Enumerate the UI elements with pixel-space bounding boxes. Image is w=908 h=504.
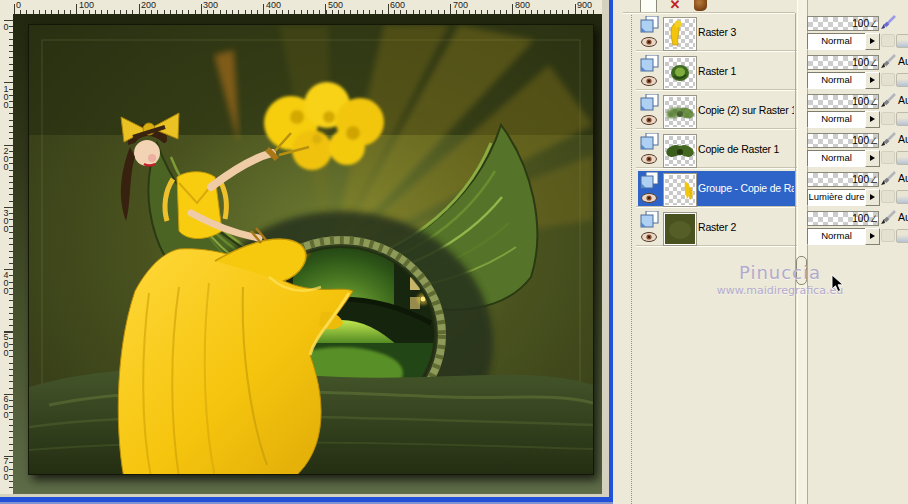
slider-angle-handle-icon[interactable]: ∠ (870, 58, 878, 69)
opacity-value: 100 (852, 134, 869, 147)
link-set-label[interactable]: Au (898, 133, 908, 145)
brush-icon[interactable] (880, 54, 897, 69)
vruler-label: 600 (0, 394, 11, 418)
vruler-label: 0 (0, 22, 11, 30)
blend-mode-dropdown[interactable]: Normal (807, 228, 866, 245)
layer-link-icon-disabled (896, 151, 908, 165)
vruler-label: 700 (0, 456, 11, 480)
layer-thumbnail[interactable] (663, 173, 697, 207)
ruler-corner (0, 0, 14, 15)
blend-mode-dropdown[interactable]: Lumière dure (807, 189, 866, 206)
slider-angle-handle-icon[interactable]: ∠ (870, 19, 878, 30)
splitter-grip-handle[interactable] (796, 256, 807, 285)
layer-controls-copie2: 100 ∠ Au Normal (807, 93, 908, 132)
blend-mode-dropdown[interactable]: Normal (807, 33, 866, 50)
blend-mode-dropdown[interactable]: Normal (807, 111, 866, 128)
row-separator (636, 245, 797, 246)
layer-row-raster1[interactable]: Raster 1 (638, 54, 795, 89)
blend-mode-value: Normal (808, 73, 865, 87)
opacity-slider[interactable]: 100 ∠ (807, 55, 879, 70)
opacity-slider[interactable]: 100 ∠ (807, 172, 879, 187)
lock-transparency-icon-disabled (881, 112, 895, 125)
lock-transparency-icon-disabled (881, 229, 895, 242)
palette-dotted-edge[interactable] (631, 13, 633, 504)
raster-layer-pages-icon (641, 133, 658, 149)
vruler-label: 100 (0, 84, 11, 108)
opacity-value: 100 (852, 212, 869, 225)
brush-icon[interactable] (880, 132, 897, 147)
dropdown-right-arrow-icon[interactable] (865, 189, 880, 206)
layer-controls-raster1: 100 ∠ Au Normal (807, 54, 908, 93)
row-separator (636, 89, 797, 90)
row-separator (636, 167, 797, 168)
blend-mode-value: Normal (808, 229, 865, 243)
dropdown-right-arrow-icon[interactable] (865, 72, 880, 89)
opacity-slider[interactable]: 100 ∠ (807, 16, 879, 31)
raster-layer-pages-icon (641, 16, 658, 32)
eye-icon (642, 38, 657, 47)
hruler-label: 700 (453, 0, 468, 10)
layer-controls-raster3: 100 ∠ Normal (807, 15, 908, 54)
hruler-label: 800 (515, 0, 530, 10)
opacity-slider[interactable]: 100 ∠ (807, 94, 879, 109)
lock-transparency-icon-disabled (881, 151, 895, 164)
dropdown-right-arrow-icon[interactable] (865, 228, 880, 245)
vruler-label: 200 (0, 146, 11, 170)
link-set-label[interactable]: Au (898, 94, 908, 106)
horizontal-ruler: 0 100 200 300 400 500 600 700 800 900 (13, 0, 606, 15)
layer-thumbnail[interactable] (663, 95, 697, 129)
artwork-image[interactable] (28, 24, 594, 475)
opacity-value: 100 (852, 95, 869, 108)
layer-link-icon-disabled (896, 34, 908, 48)
brush-icon[interactable] (880, 15, 897, 30)
layer-thumbnail[interactable] (663, 134, 697, 168)
hruler-label: 200 (141, 0, 156, 10)
layer-controls-copie-de: 100 ∠ Au Normal (807, 132, 908, 171)
dropdown-right-arrow-icon[interactable] (865, 150, 880, 167)
slider-angle-handle-icon[interactable]: ∠ (870, 136, 878, 147)
vertical-ruler: 0 100 200 300 400 500 600 700 (0, 14, 14, 494)
row-separator (636, 128, 797, 129)
layer-row-copie2-sur-raster1[interactable]: Copie (2) sur Raster 1 (638, 93, 795, 128)
lock-transparency-icon-disabled (881, 73, 895, 86)
layer-row-raster2[interactable]: Raster 2 (638, 210, 795, 245)
blend-mode-value: Normal (808, 151, 865, 165)
link-set-label[interactable]: Au (898, 211, 908, 223)
eye-icon (642, 233, 657, 242)
window-frame-strip (602, 0, 609, 497)
raster-layer-pages-icon (641, 211, 658, 227)
layer-row-copie-de-raster1[interactable]: Copie de Raster 1 (638, 132, 795, 167)
dropdown-right-arrow-icon[interactable] (865, 33, 880, 50)
brush-icon[interactable] (880, 171, 897, 186)
opacity-value: 100 (852, 17, 869, 30)
hruler-label: 600 (390, 0, 405, 10)
brush-icon[interactable] (880, 93, 897, 108)
blend-mode-dropdown[interactable]: Normal (807, 150, 866, 167)
opacity-value: 100 (852, 173, 869, 186)
layer-controls-raster2: 100 ∠ Au Normal (807, 210, 908, 249)
slider-angle-handle-icon[interactable]: ∠ (870, 97, 878, 108)
layer-thumbnail[interactable] (663, 17, 697, 51)
raster-layer-pages-icon (641, 55, 658, 71)
link-set-label[interactable]: Au (898, 172, 908, 184)
opacity-slider[interactable]: 100 ∠ (807, 133, 879, 148)
layer-thumbnail[interactable] (663, 56, 697, 90)
eye-icon (642, 116, 657, 125)
opacity-slider[interactable]: 100 ∠ (807, 211, 879, 226)
layer-row-groupe-copie-selected[interactable]: Groupe - Copie de Raste (638, 171, 795, 206)
delete-layer-x-icon[interactable]: ✕ (668, 0, 682, 12)
link-set-label[interactable]: Au (898, 55, 908, 67)
brown-tool-icon[interactable] (694, 0, 707, 11)
slider-angle-handle-icon[interactable]: ∠ (870, 214, 878, 225)
opacity-value: 100 (852, 56, 869, 69)
slider-angle-handle-icon[interactable]: ∠ (870, 175, 878, 186)
blend-mode-dropdown[interactable]: Normal (807, 72, 866, 89)
layers-palette: ✕ Raster 3 (613, 0, 908, 504)
layer-controls-groupe: 100 ∠ Au Lumière dure (807, 171, 908, 210)
layer-row-raster3[interactable]: Raster 3 (638, 15, 795, 50)
dropdown-right-arrow-icon[interactable] (865, 111, 880, 128)
hruler-label: 100 (79, 0, 94, 10)
layer-name: Raster 3 (698, 15, 794, 50)
brush-icon[interactable] (880, 210, 897, 225)
layer-thumbnail[interactable] (663, 212, 697, 246)
